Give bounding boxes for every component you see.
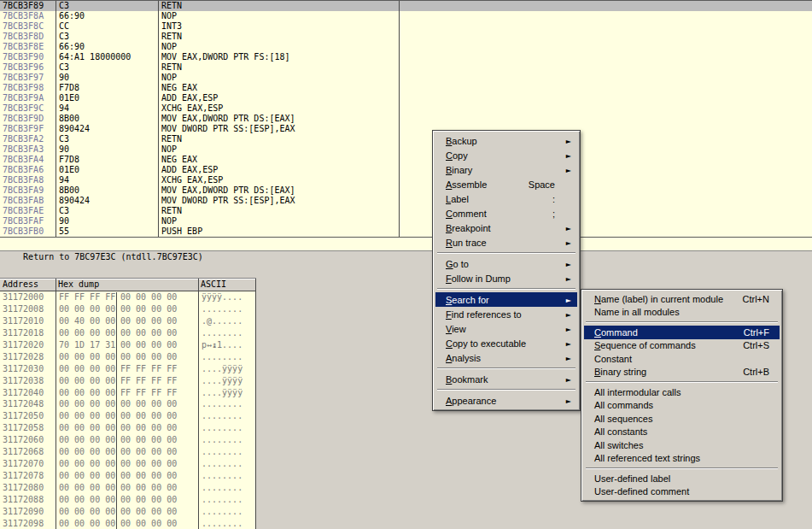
disasm-row[interactable]: 7BCB3F8DC3RETN bbox=[0, 32, 812, 42]
disasm-row[interactable]: 7BCB3F8CCCINT3 bbox=[0, 21, 812, 32]
disasm-row[interactable]: 7BCB3FAF90NOP bbox=[0, 216, 812, 226]
dump-row[interactable]: 3117200800 00 00 0000 00 00 00........ bbox=[0, 303, 256, 315]
menu-item-analysis[interactable]: Analysis► bbox=[435, 350, 577, 365]
dump-row[interactable]: 3117204800 00 00 0000 00 00 00........ bbox=[0, 398, 256, 410]
submenu-item-constant[interactable]: Constant bbox=[584, 352, 780, 366]
dump-row[interactable]: 3117202800 00 00 0000 00 00 00........ bbox=[0, 351, 256, 363]
dump-row[interactable]: 31172000FF FF FF FF00 00 00 00ÿÿÿÿ.... bbox=[0, 291, 256, 303]
submenu-item-all-switches[interactable]: All switches bbox=[584, 438, 780, 452]
disasm-row[interactable]: 7BCB3F89C3RETN bbox=[0, 1, 812, 11]
submenu-item-name-label-in-current-module[interactable]: Name (label) in current moduleCtrl+N bbox=[584, 292, 780, 306]
dump-ascii: ........ bbox=[198, 506, 256, 518]
disasm-row[interactable]: 7BCB3FA2C3RETN bbox=[0, 134, 812, 144]
dump-row[interactable]: 3117204000 00 00 00FF FF FF FF....ÿÿÿÿ bbox=[0, 387, 256, 399]
disassembly-pane[interactable]: 7BCB3F89C3RETN7BCB3F8A66:90NOP7BCB3F8CCC… bbox=[0, 0, 812, 237]
dump-row[interactable]: 3117201000 40 00 0000 00 00 00.@...... bbox=[0, 315, 256, 327]
dump-row[interactable]: 3117205800 00 00 0000 00 00 00........ bbox=[0, 422, 256, 434]
menu-item-comment[interactable]: Comment; bbox=[435, 206, 577, 220]
disasm-row[interactable]: 7BCB3F9F890424MOV DWORD PTR SS:[ESP],EAX bbox=[0, 124, 812, 134]
dump-hex-group2: 00 00 00 00 bbox=[116, 506, 198, 518]
dump-header-ascii[interactable]: ASCII bbox=[198, 279, 255, 291]
dump-row[interactable]: 3117206800 00 00 0000 00 00 00........ bbox=[0, 446, 256, 458]
disasm-row[interactable]: 7BCB3F9790NOP bbox=[0, 73, 812, 83]
menu-item-bookmark[interactable]: Bookmark► bbox=[435, 372, 577, 386]
submenu-item-all-sequences[interactable]: All sequences bbox=[584, 412, 780, 426]
submenu-item-sequence-of-commands[interactable]: Sequence of commandsCtrl+S bbox=[584, 339, 780, 353]
disasm-row[interactable]: 7BCB3FA390NOP bbox=[0, 144, 812, 155]
disasm-row[interactable]: 7BCB3F9C94XCHG EAX,ESP bbox=[0, 103, 812, 114]
disasm-instruction: NEG EAX bbox=[158, 83, 812, 93]
submenu-item-binary-string[interactable]: Binary stringCtrl+B bbox=[584, 366, 780, 379]
disasm-row[interactable]: 7BCB3FAEC3RETN bbox=[0, 206, 812, 216]
menu-item-shortcut: Ctrl+F bbox=[732, 327, 769, 338]
disasm-row[interactable]: 7BCB3F8A66:90NOP bbox=[0, 11, 812, 21]
dump-address: 31172020 bbox=[0, 339, 55, 351]
submenu-item-command[interactable]: CommandCtrl+F bbox=[584, 326, 780, 339]
dump-row[interactable]: 3117202070 1D 17 3100 00 00 00p↔↨1.... bbox=[0, 339, 256, 351]
menu-item-label[interactable]: Label: bbox=[435, 191, 577, 206]
menu-item-binary[interactable]: Binary► bbox=[435, 162, 577, 177]
menu-item-view[interactable]: View► bbox=[435, 321, 577, 336]
menu-item-go-to[interactable]: Go to► bbox=[435, 256, 577, 271]
disasm-bytes: 8B00 bbox=[55, 185, 158, 196]
dump-ascii: ........ bbox=[198, 518, 256, 529]
dump-ascii: ........ bbox=[198, 327, 256, 339]
disasm-row[interactable]: 7BCB3F9064:A1 18000000MOV EAX,DWORD PTR … bbox=[0, 52, 812, 62]
menu-item-assemble[interactable]: AssembleSpace bbox=[435, 177, 577, 191]
disasm-row[interactable]: 7BCB3F96C3RETN bbox=[0, 62, 812, 73]
disasm-instruction: XCHG EAX,ESP bbox=[158, 103, 812, 114]
submenu-item-user-defined-comment[interactable]: User-defined comment bbox=[584, 485, 780, 499]
menu-item-appearance[interactable]: Appearance► bbox=[435, 393, 577, 408]
dump-row[interactable]: 3117208000 00 00 0000 00 00 00........ bbox=[0, 482, 256, 494]
menu-item-copy[interactable]: Copy► bbox=[435, 148, 577, 162]
disasm-bytes: 890424 bbox=[55, 196, 158, 206]
submenu-item-user-defined-label[interactable]: User-defined label bbox=[584, 472, 780, 485]
dump-row[interactable]: 3117203800 00 00 00FF FF FF FF....ÿÿÿÿ bbox=[0, 375, 256, 387]
dump-header-hexdump[interactable]: Hex dump bbox=[55, 279, 198, 291]
dump-row[interactable]: 3117209800 00 00 0000 00 00 00........ bbox=[0, 518, 256, 529]
dump-header-address[interactable]: Address bbox=[0, 279, 55, 291]
menu-item-find-references-to[interactable]: Find references to► bbox=[435, 307, 577, 321]
disasm-row[interactable]: 7BCB3FA894XCHG EAX,ESP bbox=[0, 175, 812, 185]
dump-hex-group1: 00 00 00 00 bbox=[55, 470, 116, 482]
menu-item-label: Assemble bbox=[446, 179, 487, 190]
dump-hex-group1: 00 00 00 00 bbox=[55, 351, 116, 363]
dump-row[interactable]: 3117207000 00 00 0000 00 00 00........ bbox=[0, 458, 256, 470]
dump-hex-group2: 00 00 00 00 bbox=[116, 422, 198, 434]
disasm-row[interactable]: 7BCB3F9D8B00MOV EAX,DWORD PTR DS:[EAX] bbox=[0, 114, 812, 124]
disasm-row[interactable]: 7BCB3F9A01E0ADD EAX,ESP bbox=[0, 93, 812, 103]
disasm-row[interactable]: 7BCB3F98F7D8NEG EAX bbox=[0, 83, 812, 93]
disasm-row[interactable]: 7BCB3FA98B00MOV EAX,DWORD PTR DS:[EAX] bbox=[0, 185, 812, 196]
menu-item-copy-to-executable[interactable]: Copy to executable► bbox=[435, 336, 577, 350]
disasm-address: 7BCB3FAB bbox=[0, 196, 55, 206]
submenu-item-all-commands[interactable]: All commands bbox=[584, 399, 780, 413]
submenu-item-all-referenced-text-strings[interactable]: All referenced text strings bbox=[584, 452, 780, 466]
disasm-row[interactable]: 7BCB3FAB890424MOV DWORD PTR SS:[ESP],EAX bbox=[0, 196, 812, 206]
disasm-address: 7BCB3F8C bbox=[0, 21, 55, 32]
menu-item-shortcut: Ctrl+N bbox=[731, 294, 769, 304]
dump-row[interactable]: 3117203000 00 00 00FF FF FF FF....ÿÿÿÿ bbox=[0, 363, 256, 375]
disasm-row[interactable]: 7BCB3FA601E0ADD EAX,ESP bbox=[0, 165, 812, 175]
dump-row[interactable]: 3117208800 00 00 0000 00 00 00........ bbox=[0, 494, 256, 506]
dump-ascii: ÿÿÿÿ.... bbox=[198, 291, 256, 303]
dump-row[interactable]: 3117206000 00 00 0000 00 00 00........ bbox=[0, 434, 256, 446]
disasm-bytes: C3 bbox=[55, 32, 158, 42]
dump-row[interactable]: 3117207800 00 00 0000 00 00 00........ bbox=[0, 470, 256, 482]
menu-item-backup[interactable]: Backup► bbox=[435, 133, 577, 148]
dump-hex-group2: 00 00 00 00 bbox=[116, 494, 198, 506]
submenu-item-all-intermodular-calls[interactable]: All intermodular calls bbox=[584, 385, 780, 399]
hex-dump-pane[interactable]: Address Hex dump ASCII 31172000FF FF FF … bbox=[0, 278, 256, 529]
disasm-row[interactable]: 7BCB3FB055PUSH EBP bbox=[0, 226, 812, 237]
disasm-address: 7BCB3FA8 bbox=[0, 175, 55, 185]
menu-item-breakpoint[interactable]: Breakpoint► bbox=[435, 220, 577, 235]
dump-row[interactable]: 3117201800 00 00 0000 00 00 00........ bbox=[0, 327, 256, 339]
disasm-row[interactable]: 7BCB3FA4F7D8NEG EAX bbox=[0, 155, 812, 165]
dump-row[interactable]: 3117205000 00 00 0000 00 00 00........ bbox=[0, 410, 256, 422]
submenu-item-all-constants[interactable]: All constants bbox=[584, 426, 780, 439]
submenu-item-name-in-all-modules[interactable]: Name in all modules bbox=[584, 306, 780, 320]
disasm-row[interactable]: 7BCB3F8E66:90NOP bbox=[0, 42, 812, 52]
dump-row[interactable]: 3117209000 00 00 0000 00 00 00........ bbox=[0, 506, 256, 518]
menu-item-search-for[interactable]: Search for► bbox=[435, 292, 577, 307]
menu-item-run-trace[interactable]: Run trace► bbox=[435, 235, 577, 250]
menu-item-follow-in-dump[interactable]: Follow in Dump► bbox=[435, 271, 577, 285]
